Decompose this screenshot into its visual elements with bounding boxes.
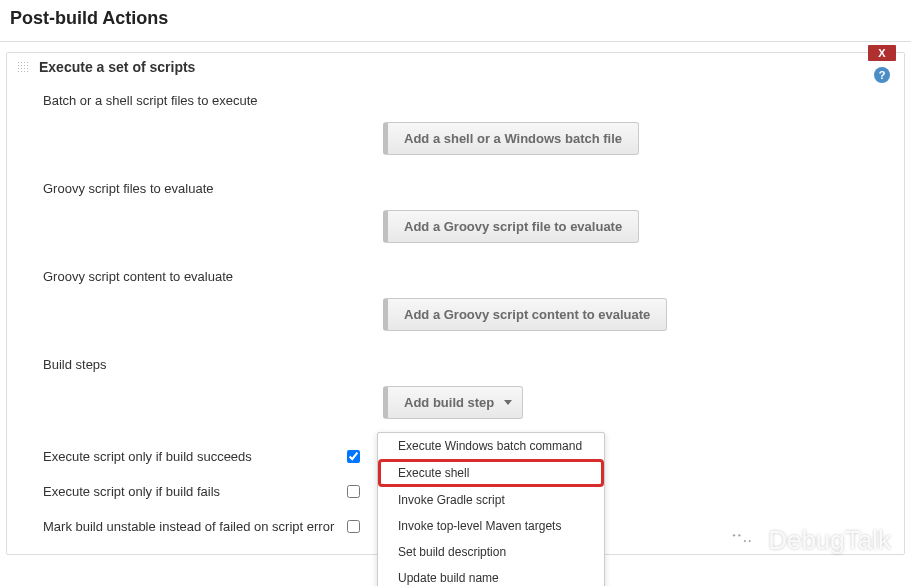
divider (0, 41, 911, 42)
batch-shell-label: Batch or a shell script files to execute (43, 91, 347, 108)
dropdown-item-invoke-top-level-maven-targets[interactable]: Invoke top-level Maven targets (378, 513, 604, 539)
section-title: Execute a set of scripts (39, 59, 195, 75)
groovy-content-label: Groovy script content to evaluate (43, 267, 347, 284)
only-fail-label: Execute script only if build fails (43, 484, 347, 499)
chevron-down-icon (504, 400, 512, 405)
dropdown-item-execute-shell[interactable]: Execute shell (378, 459, 604, 487)
only-fail-checkbox[interactable] (347, 485, 360, 498)
add-groovy-file-button[interactable]: Add a Groovy script file to evaluate (383, 210, 639, 243)
only-success-label: Execute script only if build succeeds (43, 449, 347, 464)
mark-unstable-label: Mark build unstable instead of failed on… (43, 519, 347, 534)
mark-unstable-checkbox[interactable] (347, 520, 360, 533)
groovy-files-label: Groovy script files to evaluate (43, 179, 347, 196)
drag-handle-icon[interactable] (17, 61, 29, 73)
add-build-step-label: Add build step (404, 395, 494, 410)
build-steps-label: Build steps (43, 355, 347, 372)
dropdown-item-update-build-name[interactable]: Update build name (378, 565, 604, 586)
add-groovy-content-button[interactable]: Add a Groovy script content to evaluate (383, 298, 667, 331)
add-build-step-button[interactable]: Add build step (383, 386, 523, 419)
build-step-dropdown: Execute Windows batch commandExecute she… (377, 432, 605, 586)
dropdown-item-invoke-gradle-script[interactable]: Invoke Gradle script (378, 487, 604, 513)
section-header: Execute a set of scripts (7, 53, 904, 87)
dropdown-item-set-build-description[interactable]: Set build description (378, 539, 604, 565)
page-title: Post-build Actions (0, 0, 911, 41)
add-batch-shell-button[interactable]: Add a shell or a Windows batch file (383, 122, 639, 155)
dropdown-item-execute-windows-batch-command[interactable]: Execute Windows batch command (378, 433, 604, 459)
only-success-checkbox[interactable] (347, 450, 360, 463)
